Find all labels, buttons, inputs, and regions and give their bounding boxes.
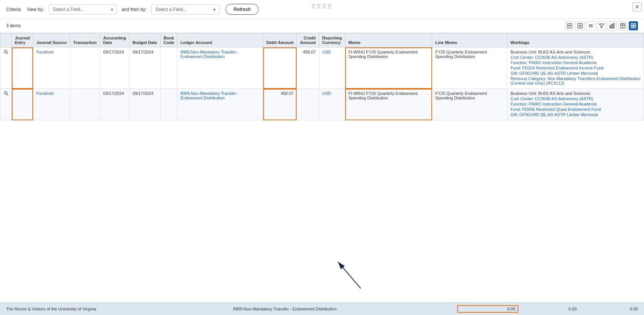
cell-budget-date: 09/17/2024 [129,47,161,89]
table-row: Fundriver09/17/202409/17/20248905:Non-Ma… [0,47,644,89]
table-header-row: JournalEntry Journal Source Transaction … [0,33,644,47]
export-icon[interactable] [565,21,574,30]
cell-debit-amount [263,47,297,89]
col-header-line-memo: Line Memo [432,33,507,47]
cell-book-code [160,89,177,120]
cell-memo: FI-WR4J FY25 Quarterly Endowment Spendin… [345,47,432,89]
and-then-by-label: and then by: [122,7,147,12]
cell-transaction [70,89,100,120]
row-search-icon[interactable] [0,89,12,120]
col-header-worktags: Worktags [507,33,644,47]
view-by-select-wrapper: Select a Field... ▼ [49,5,117,14]
refresh-button[interactable]: Refresh [226,4,259,15]
cell-line-memo: FY25 Quarterly Endowment Spending Distri… [432,89,507,120]
cell-accounting-date: 09/17/2024 [100,47,129,89]
excel-icon[interactable] [576,21,585,30]
svg-rect-19 [631,26,633,28]
col-header-transaction: Transaction [70,33,100,47]
cell-budget-date: 09/17/2024 [129,89,161,120]
cell-worktags: Business Unit: BU02 AS-Arts and Sciences… [507,47,644,89]
svg-marker-10 [599,24,604,28]
drag-handle: ⠿⠿⠿⠿ [311,3,333,10]
cell-ledger-account[interactable]: 8905:Non-Mandatory Transfer - Endowment … [177,89,263,120]
table-container: JournalEntry Journal Source Transaction … [0,33,644,287]
close-button[interactable]: ✕ [633,2,642,11]
svg-rect-12 [612,24,613,28]
chart-icon[interactable] [608,21,617,30]
col-header-journal-source: Journal Source [33,33,70,47]
svg-rect-18 [634,24,636,25]
table-view-icon[interactable] [618,21,627,30]
svg-point-21 [4,50,7,53]
cell-credit-amount [297,89,319,120]
cell-worktags: Business Unit: BU02 AS-Arts and Sciences… [507,89,644,120]
cell-reporting-currency[interactable]: USD [319,89,345,120]
table-row: Fundriver09/17/202409/17/20248905:Non-Ma… [0,89,644,120]
filter-icon[interactable] [597,21,606,30]
view-by-label: View by: [27,7,44,12]
cell-debit-amount: 458.07 [263,89,297,120]
col-header-search [0,33,12,47]
col-header-memo: Memo [345,33,432,47]
svg-rect-17 [631,24,633,25]
cell-ledger-account[interactable]: 8905:Non-Mandatory Transfer - Endowment … [177,47,263,89]
svg-line-24 [6,94,8,96]
col-header-journal-entry: JournalEntry [12,33,33,47]
svg-rect-20 [634,26,636,28]
svg-rect-11 [610,25,611,28]
cell-memo: FI-WR4J FY25 Quarterly Endowment Spendin… [345,89,432,120]
view-by-select[interactable]: Select a Field... [49,5,117,14]
cell-book-code [160,47,177,89]
and-then-by-select[interactable]: Select a Field... [151,5,219,14]
cell-journal-source[interactable]: Fundriver [33,89,70,120]
toolbar-icons [565,21,638,30]
grid-view-icon[interactable] [629,21,638,30]
items-count: 3 items [6,23,21,28]
col-header-reporting-currency: ReportingCurrency [319,33,345,47]
col-header-debit-amount: Debit Amount [263,33,297,47]
col-header-ledger-account: Ledger Account [177,33,263,47]
svg-line-22 [6,53,8,54]
cell-journal-entry [12,47,33,89]
and-then-by-select-wrapper: Select a Field... ▼ [151,5,219,14]
main-table: JournalEntry Journal Source Transaction … [0,33,644,120]
col-header-credit-amount: CreditAmount [297,33,319,47]
cell-transaction [70,47,100,89]
cell-journal-source[interactable]: Fundriver [33,47,70,89]
col-header-accounting-date: AccountingDate [100,33,129,47]
cell-credit-amount: 458.07 [297,47,319,89]
criteria-label: Criteria [6,7,21,12]
svg-point-23 [4,92,7,94]
list-view-icon[interactable] [586,21,595,30]
table-toolbar: 3 items [0,19,644,33]
svg-rect-13 [613,24,614,28]
cell-journal-entry [12,89,33,120]
cell-line-memo: FY25 Quarterly Endowment Spending Distri… [432,47,507,89]
col-header-book-code: BookCode [160,33,177,47]
row-search-icon[interactable] [0,47,12,89]
cell-reporting-currency[interactable]: USD [319,47,345,89]
col-header-budget-date: Budget Date [129,33,161,47]
cell-accounting-date: 09/17/2024 [100,89,129,120]
